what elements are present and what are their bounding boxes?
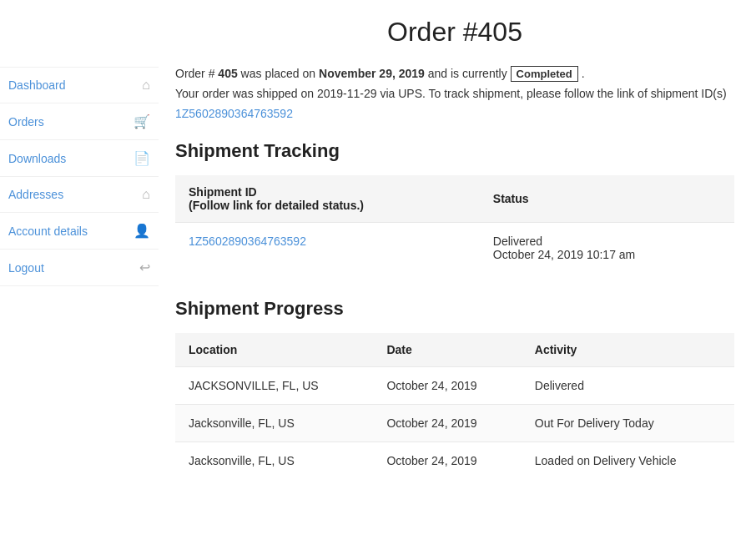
order-status: Completed — [511, 66, 578, 82]
progress-row-date: October 24, 2019 — [373, 405, 521, 442]
tracking-table-row: 1Z5602890364763592 DeliveredOctober 24, … — [175, 223, 734, 274]
logout-icon: ↩ — [139, 260, 150, 275]
dashboard-icon: ⌂ — [142, 78, 150, 93]
progress-col-activity-header: Activity — [522, 333, 734, 367]
progress-row-location: Jacksonville, FL, US — [175, 405, 373, 442]
downloads-icon: 📄 — [134, 150, 150, 166]
progress-row-activity: Out For Delivery Today — [522, 405, 734, 442]
orders-icon: 🛒 — [134, 114, 150, 129]
progress-row-activity: Delivered — [522, 367, 734, 405]
shipment-tracking-section: Shipment Tracking Shipment ID (Follow li… — [175, 140, 734, 273]
tracking-col-status-header: Status — [480, 175, 734, 223]
tracking-col-id-header: Shipment ID (Follow link for detailed st… — [175, 175, 480, 223]
sidebar-item-orders[interactable]: Orders 🛒 — [0, 103, 159, 140]
progress-row-location: JACKSONVILLE, FL, US — [175, 367, 373, 405]
progress-row-location: Jacksonville, FL, US — [175, 442, 373, 480]
progress-col-date-header: Date — [373, 333, 521, 367]
order-number: 405 — [218, 67, 237, 80]
tracking-row-link[interactable]: 1Z5602890364763592 — [189, 235, 306, 248]
tracking-intro-text: Your order was shipped on 2019-11-29 via… — [175, 87, 727, 100]
progress-table-row: JACKSONVILLE, FL, US October 24, 2019 De… — [175, 367, 734, 405]
shipment-tracking-table: Shipment ID (Follow link for detailed st… — [175, 175, 734, 273]
sidebar-item-logout[interactable]: Logout ↩ — [0, 250, 159, 286]
shipment-progress-title: Shipment Progress — [175, 298, 734, 320]
order-summary-text1: Order # — [175, 67, 218, 80]
progress-col-location-header: Location — [175, 333, 373, 367]
sidebar-label-downloads: Downloads — [8, 152, 66, 165]
order-summary: Order # 405 was placed on November 29, 2… — [175, 64, 734, 124]
sidebar: Dashboard ⌂ Orders 🛒 Downloads 📄 Address… — [0, 17, 159, 504]
sidebar-item-dashboard[interactable]: Dashboard ⌂ — [0, 67, 159, 103]
sidebar-label-orders: Orders — [8, 115, 44, 129]
progress-row-activity: Loaded on Delivery Vehicle — [522, 442, 734, 480]
tracking-table-header-row: Shipment ID (Follow link for detailed st… — [175, 175, 734, 223]
addresses-icon: ⌂ — [142, 187, 150, 202]
order-date: November 29, 2019 — [319, 67, 425, 80]
shipment-progress-section: Shipment Progress Location Date Activity… — [175, 298, 734, 479]
tracking-row-id: 1Z5602890364763592 — [175, 223, 480, 274]
sidebar-item-account-details[interactable]: Account details 👤 — [0, 213, 159, 250]
sidebar-label-addresses: Addresses — [8, 188, 63, 201]
sidebar-label-logout: Logout — [8, 261, 44, 275]
order-summary-period: . — [578, 67, 585, 80]
page-title: Order #405 — [175, 17, 734, 48]
tracking-row-status: DeliveredOctober 24, 2019 10:17 am — [480, 223, 734, 274]
progress-row-date: October 24, 2019 — [373, 367, 521, 405]
account-icon: 👤 — [134, 223, 150, 239]
progress-table-header-row: Location Date Activity — [175, 333, 734, 367]
order-summary-text2: was placed on — [238, 67, 319, 80]
shipment-tracking-title: Shipment Tracking — [175, 140, 734, 162]
progress-table-row: Jacksonville, FL, US October 24, 2019 Lo… — [175, 442, 734, 480]
main-content: Order #405 Order # 405 was placed on Nov… — [159, 17, 751, 504]
sidebar-label-account-details: Account details — [8, 225, 88, 238]
shipment-progress-table: Location Date Activity JACKSONVILLE, FL,… — [175, 333, 734, 479]
progress-table-row: Jacksonville, FL, US October 24, 2019 Ou… — [175, 405, 734, 442]
progress-row-date: October 24, 2019 — [373, 442, 521, 480]
sidebar-item-downloads[interactable]: Downloads 📄 — [0, 140, 159, 177]
sidebar-item-addresses[interactable]: Addresses ⌂ — [0, 177, 159, 213]
sidebar-label-dashboard: Dashboard — [8, 78, 66, 92]
order-summary-text3: and is currently — [425, 67, 511, 80]
tracking-id-link[interactable]: 1Z5602890364763592 — [175, 107, 293, 120]
